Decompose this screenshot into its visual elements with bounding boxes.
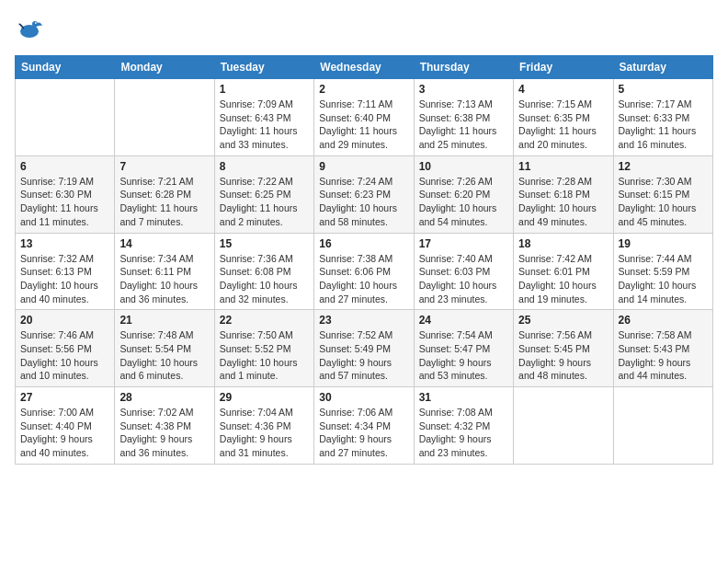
day-number: 22 xyxy=(220,314,309,327)
calendar-week-row: 1Sunrise: 7:09 AM Sunset: 6:43 PM Daylig… xyxy=(16,79,713,156)
calendar-day-header: Monday xyxy=(115,56,214,79)
day-info: Sunrise: 7:08 AM Sunset: 4:32 PM Dayligh… xyxy=(419,406,508,460)
day-number: 13 xyxy=(20,237,109,250)
day-number: 26 xyxy=(619,314,708,327)
calendar-cell xyxy=(514,387,613,465)
day-info: Sunrise: 7:24 AM Sunset: 6:23 PM Dayligh… xyxy=(319,175,408,229)
day-number: 27 xyxy=(20,391,109,404)
calendar-cell: 17Sunrise: 7:40 AM Sunset: 6:03 PM Dayli… xyxy=(414,233,513,310)
day-number: 11 xyxy=(518,160,608,173)
day-number: 24 xyxy=(419,314,508,327)
calendar-day-header: Sunday xyxy=(16,56,115,79)
day-info: Sunrise: 7:04 AM Sunset: 4:36 PM Dayligh… xyxy=(220,406,309,460)
day-number: 15 xyxy=(220,237,309,250)
calendar-cell: 30Sunrise: 7:06 AM Sunset: 4:34 PM Dayli… xyxy=(314,387,414,465)
calendar-cell: 16Sunrise: 7:38 AM Sunset: 6:06 PM Dayli… xyxy=(314,233,414,310)
calendar-cell: 3Sunrise: 7:13 AM Sunset: 6:38 PM Daylig… xyxy=(414,79,513,156)
day-number: 1 xyxy=(220,83,309,96)
day-info: Sunrise: 7:32 AM Sunset: 6:13 PM Dayligh… xyxy=(20,252,109,306)
day-info: Sunrise: 7:30 AM Sunset: 6:15 PM Dayligh… xyxy=(619,175,708,229)
day-info: Sunrise: 7:06 AM Sunset: 4:34 PM Dayligh… xyxy=(319,406,408,460)
day-number: 31 xyxy=(419,391,508,404)
day-info: Sunrise: 7:09 AM Sunset: 6:43 PM Dayligh… xyxy=(220,98,309,152)
day-info: Sunrise: 7:17 AM Sunset: 6:33 PM Dayligh… xyxy=(619,98,708,152)
day-number: 16 xyxy=(319,237,408,250)
calendar-cell: 22Sunrise: 7:50 AM Sunset: 5:52 PM Dayli… xyxy=(214,310,313,387)
calendar-cell: 10Sunrise: 7:26 AM Sunset: 6:20 PM Dayli… xyxy=(414,155,513,233)
page-header xyxy=(15,15,713,48)
calendar-week-row: 20Sunrise: 7:46 AM Sunset: 5:56 PM Dayli… xyxy=(16,310,713,387)
day-info: Sunrise: 7:52 AM Sunset: 5:49 PM Dayligh… xyxy=(319,328,408,383)
logo-bird-icon xyxy=(15,15,44,48)
day-number: 5 xyxy=(619,83,708,96)
day-info: Sunrise: 7:28 AM Sunset: 6:18 PM Dayligh… xyxy=(518,175,608,229)
calendar-cell: 24Sunrise: 7:54 AM Sunset: 5:47 PM Dayli… xyxy=(414,310,513,387)
day-info: Sunrise: 7:15 AM Sunset: 6:35 PM Dayligh… xyxy=(518,98,608,152)
day-number: 9 xyxy=(319,160,408,173)
day-number: 8 xyxy=(220,160,309,173)
day-number: 23 xyxy=(319,314,408,327)
day-number: 3 xyxy=(419,83,508,96)
calendar-cell xyxy=(115,79,214,156)
calendar-cell: 6Sunrise: 7:19 AM Sunset: 6:30 PM Daylig… xyxy=(16,155,115,233)
day-number: 20 xyxy=(20,314,109,327)
calendar-cell: 25Sunrise: 7:56 AM Sunset: 5:45 PM Dayli… xyxy=(514,310,613,387)
day-info: Sunrise: 7:00 AM Sunset: 4:40 PM Dayligh… xyxy=(20,406,109,460)
calendar-day-header: Tuesday xyxy=(214,56,313,79)
day-number: 10 xyxy=(419,160,508,173)
day-number: 18 xyxy=(518,237,608,250)
day-number: 7 xyxy=(119,160,209,173)
calendar-day-header: Thursday xyxy=(414,56,513,79)
day-info: Sunrise: 7:44 AM Sunset: 5:59 PM Dayligh… xyxy=(619,252,708,306)
day-info: Sunrise: 7:22 AM Sunset: 6:25 PM Dayligh… xyxy=(220,175,309,229)
svg-point-1 xyxy=(32,21,38,27)
day-info: Sunrise: 7:02 AM Sunset: 4:38 PM Dayligh… xyxy=(119,406,209,460)
day-number: 25 xyxy=(518,314,608,327)
calendar-cell: 4Sunrise: 7:15 AM Sunset: 6:35 PM Daylig… xyxy=(514,79,613,156)
calendar-cell: 27Sunrise: 7:00 AM Sunset: 4:40 PM Dayli… xyxy=(16,387,115,465)
calendar-cell: 21Sunrise: 7:48 AM Sunset: 5:54 PM Dayli… xyxy=(115,310,214,387)
day-number: 4 xyxy=(518,83,608,96)
calendar-cell: 19Sunrise: 7:44 AM Sunset: 5:59 PM Dayli… xyxy=(613,233,712,310)
day-info: Sunrise: 7:50 AM Sunset: 5:52 PM Dayligh… xyxy=(220,328,309,383)
day-number: 19 xyxy=(619,237,708,250)
day-info: Sunrise: 7:36 AM Sunset: 6:08 PM Dayligh… xyxy=(220,252,309,306)
day-number: 30 xyxy=(319,391,408,404)
day-info: Sunrise: 7:13 AM Sunset: 6:38 PM Dayligh… xyxy=(419,98,508,152)
calendar-cell: 14Sunrise: 7:34 AM Sunset: 6:11 PM Dayli… xyxy=(115,233,214,310)
calendar-cell xyxy=(16,79,115,156)
calendar-cell: 20Sunrise: 7:46 AM Sunset: 5:56 PM Dayli… xyxy=(16,310,115,387)
calendar-table: SundayMondayTuesdayWednesdayThursdayFrid… xyxy=(15,55,713,465)
day-number: 21 xyxy=(119,314,209,327)
calendar-cell: 2Sunrise: 7:11 AM Sunset: 6:40 PM Daylig… xyxy=(314,79,414,156)
calendar-cell: 12Sunrise: 7:30 AM Sunset: 6:15 PM Dayli… xyxy=(613,155,712,233)
calendar-week-row: 6Sunrise: 7:19 AM Sunset: 6:30 PM Daylig… xyxy=(16,155,713,233)
day-number: 17 xyxy=(419,237,508,250)
day-number: 14 xyxy=(119,237,209,250)
day-info: Sunrise: 7:26 AM Sunset: 6:20 PM Dayligh… xyxy=(419,175,508,229)
day-info: Sunrise: 7:38 AM Sunset: 6:06 PM Dayligh… xyxy=(319,252,408,306)
calendar-cell: 8Sunrise: 7:22 AM Sunset: 6:25 PM Daylig… xyxy=(214,155,313,233)
calendar-cell: 13Sunrise: 7:32 AM Sunset: 6:13 PM Dayli… xyxy=(16,233,115,310)
day-number: 6 xyxy=(20,160,109,173)
day-info: Sunrise: 7:46 AM Sunset: 5:56 PM Dayligh… xyxy=(20,328,109,383)
day-info: Sunrise: 7:56 AM Sunset: 5:45 PM Dayligh… xyxy=(518,328,608,383)
calendar-cell: 7Sunrise: 7:21 AM Sunset: 6:28 PM Daylig… xyxy=(115,155,214,233)
calendar-day-header: Saturday xyxy=(613,56,712,79)
day-info: Sunrise: 7:21 AM Sunset: 6:28 PM Dayligh… xyxy=(119,175,209,229)
calendar-cell: 23Sunrise: 7:52 AM Sunset: 5:49 PM Dayli… xyxy=(314,310,414,387)
day-number: 12 xyxy=(619,160,708,173)
calendar-cell: 26Sunrise: 7:58 AM Sunset: 5:43 PM Dayli… xyxy=(613,310,712,387)
day-info: Sunrise: 7:58 AM Sunset: 5:43 PM Dayligh… xyxy=(619,328,708,383)
day-number: 28 xyxy=(119,391,209,404)
calendar-cell: 18Sunrise: 7:42 AM Sunset: 6:01 PM Dayli… xyxy=(514,233,613,310)
calendar-cell: 31Sunrise: 7:08 AM Sunset: 4:32 PM Dayli… xyxy=(414,387,513,465)
calendar-cell: 15Sunrise: 7:36 AM Sunset: 6:08 PM Dayli… xyxy=(214,233,313,310)
day-info: Sunrise: 7:42 AM Sunset: 6:01 PM Dayligh… xyxy=(518,252,608,306)
day-info: Sunrise: 7:19 AM Sunset: 6:30 PM Dayligh… xyxy=(20,175,109,229)
calendar-cell: 28Sunrise: 7:02 AM Sunset: 4:38 PM Dayli… xyxy=(115,387,214,465)
logo xyxy=(15,15,48,48)
day-number: 2 xyxy=(319,83,408,96)
day-info: Sunrise: 7:40 AM Sunset: 6:03 PM Dayligh… xyxy=(419,252,508,306)
day-info: Sunrise: 7:34 AM Sunset: 6:11 PM Dayligh… xyxy=(119,252,209,306)
